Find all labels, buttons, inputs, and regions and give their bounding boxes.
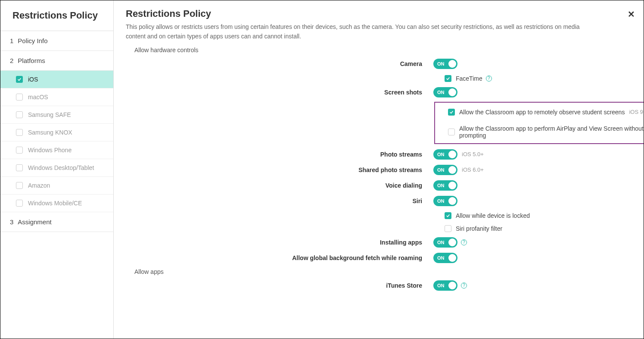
toggle-installing-apps[interactable]: ON [433,237,457,248]
toggle-knob [448,151,456,158]
platform-label: Windows Desktop/Tablet [28,164,94,171]
checkbox-unchecked-icon [16,94,23,100]
sub-classroom-observe: Allow the Classroom app to remotely obse… [438,109,644,116]
setting-label: Voice dialing [126,182,433,189]
platform-samsung-knox[interactable]: Samsung KNOX [0,124,113,141]
checkbox-unchecked-icon [16,147,23,154]
sub-siri-locked: Allow while device is locked [126,212,632,219]
checkbox-siri-profanity[interactable] [445,225,451,232]
toggle-knob [448,197,456,205]
setting-camera: Camera ON [126,59,632,69]
checkbox-unchecked-icon [16,182,23,189]
help-icon[interactable]: ? [461,282,467,289]
help-icon[interactable]: ? [486,75,492,82]
toggle-knob [448,239,456,246]
setting-label: Shared photo streams [126,166,433,173]
sub-label: Siri profanity filter [456,225,502,232]
sub-label: Allow while device is locked [456,212,530,219]
step-label: Policy Info [18,37,47,44]
setting-label: Installing apps [126,239,433,246]
platform-label: Amazon [28,182,50,189]
sidebar-item-policy-info[interactable]: 1 Policy Info [0,31,113,51]
version-hint: iOS 6.0+ [462,166,484,173]
setting-shared-photo-streams: Shared photo streams ON iOS 6.0+ [126,165,632,175]
setting-photo-streams: Photo streams ON iOS 5.0+ [126,149,632,160]
platform-macos[interactable]: macOS [0,88,113,106]
toggle-siri[interactable]: ON [433,196,457,206]
main-panel: ✕ Restrictions Policy This policy allows… [114,0,644,339]
setting-siri: Siri ON [126,196,632,206]
setting-screenshots: Screen shots ON [126,87,632,97]
toggle-shared-photo-streams[interactable]: ON [433,165,457,175]
close-icon[interactable]: ✕ [628,9,635,19]
platform-label: Samsung KNOX [28,129,72,136]
sub-classroom-airplay: Allow the Classroom app to perform AirPl… [438,125,644,139]
toggle-text: ON [437,255,445,261]
toggle-knob [448,182,456,189]
platform-windows-desktop[interactable]: Windows Desktop/Tablet [0,159,113,177]
checkbox-classroom-airplay[interactable] [448,129,455,135]
setting-voice-dialing: Voice dialing ON [126,180,632,191]
setting-global-fetch: Allow global background fetch while roam… [126,253,632,263]
setting-itunes: iTunes Store ON ? [126,280,632,291]
step-label: Assignment [18,218,51,226]
toggle-voice-dialing[interactable]: ON [433,180,457,191]
toggle-text: ON [437,152,445,157]
toggle-knob [448,282,456,289]
checkbox-classroom-observe[interactable] [448,109,455,116]
checkbox-checked-icon [16,76,23,83]
help-icon[interactable]: ? [461,239,467,245]
sub-label: Allow the Classroom app to remotely obse… [459,109,625,116]
sub-label: FaceTime [456,75,482,82]
toggle-itunes[interactable]: ON [433,280,457,291]
platform-samsung-safe[interactable]: Samsung SAFE [0,106,113,124]
checkbox-facetime[interactable] [445,75,451,82]
platform-label: Samsung SAFE [28,111,71,118]
highlight-annotation: Allow the Classroom app to remotely obse… [434,102,644,144]
setting-label: Photo streams [126,151,433,158]
platform-windows-phone[interactable]: Windows Phone [0,141,113,159]
step-number: 1 [10,37,13,44]
toggle-text: ON [437,90,445,95]
toggle-screenshots[interactable]: ON [433,87,457,97]
version-hint: iOS 9.3+ [629,109,644,115]
toggle-knob [448,88,456,96]
page-title: Restrictions Policy [126,8,632,19]
sub-label: Allow the Classroom app to perform AirPl… [459,125,644,139]
toggle-text: ON [437,61,445,66]
sidebar-item-assignment[interactable]: 3 Assignment [0,212,113,232]
toggle-knob [448,254,456,262]
toggle-photo-streams[interactable]: ON [433,149,457,160]
step-label: Platforms [18,57,45,64]
platform-ios[interactable]: iOS [0,71,113,88]
setting-label: Siri [126,198,433,204]
platform-label: Windows Phone [28,147,72,154]
checkbox-unchecked-icon [16,111,23,118]
setting-label: Camera [126,60,433,67]
toggle-text: ON [437,198,445,204]
checkbox-siri-locked[interactable] [445,212,451,219]
toggle-knob [448,60,456,68]
toggle-global-fetch[interactable]: ON [433,253,457,263]
sidebar-title: Restrictions Policy [0,0,113,31]
sidebar: Restrictions Policy 1 Policy Info 2 Plat… [0,0,114,339]
checkbox-unchecked-icon [16,164,23,171]
toggle-text: ON [437,167,445,173]
step-number: 3 [10,218,13,226]
version-hint: iOS 5.0+ [462,151,484,157]
section-hardware-heading: Allow hardware controls [134,47,632,53]
sidebar-item-platforms[interactable]: 2 Platforms [0,51,113,71]
toggle-camera[interactable]: ON [433,59,457,69]
page-description: This policy allows or restricts users fr… [126,22,600,41]
toggle-knob [448,166,456,174]
toggle-text: ON [437,183,445,188]
section-apps-heading: Allow apps [134,268,632,275]
platform-label: macOS [28,94,48,100]
platform-amazon[interactable]: Amazon [0,177,113,195]
setting-label: Allow global background fetch while roam… [126,254,433,261]
platform-windows-mobile-ce[interactable]: Windows Mobile/CE [0,195,113,212]
checkbox-unchecked-icon [16,129,23,136]
platform-label: Windows Mobile/CE [28,200,82,207]
setting-label: iTunes Store [126,282,433,289]
sub-facetime: FaceTime ? [126,75,632,82]
